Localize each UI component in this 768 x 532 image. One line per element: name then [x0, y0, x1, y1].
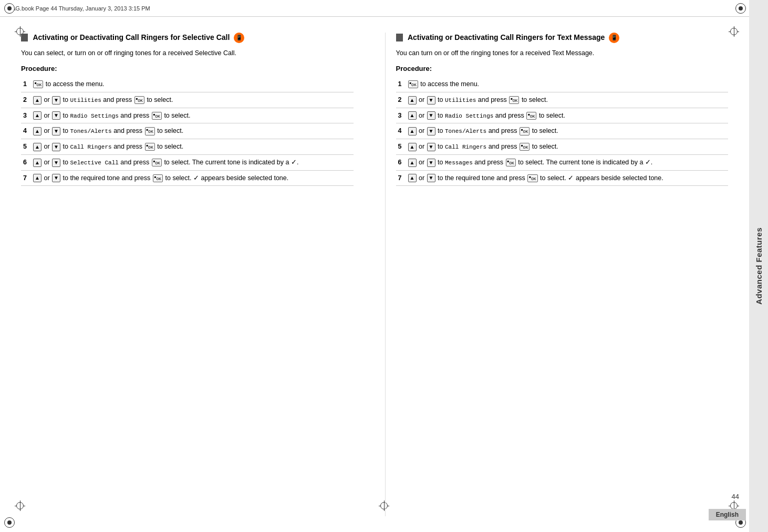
arrow-up-icon: ▲ [408, 159, 417, 167]
ok-button-icon: ■OK [506, 159, 516, 166]
right-step-3: 3 ▲ or ▼ to Radio Settings and press ■OK… [396, 108, 729, 123]
left-step-5: 5 ▲ or ▼ to Call Ringers and press ■OK t… [21, 139, 354, 155]
left-step-1: 1 ■OK to access the menu. [21, 77, 354, 92]
bullseye-top-left [4, 3, 15, 14]
bullseye-top-right [735, 3, 746, 14]
ok-button-icon: ■OK [520, 143, 530, 151]
ok-button-icon: ■OK [145, 143, 155, 151]
arrow-down-icon: ▼ [52, 96, 60, 105]
left-section-title: Activating or Deactivating Call Ringers … [21, 33, 354, 43]
arrow-up-icon: ▲ [33, 143, 41, 151]
header-text: NAG.book Page 44 Thursday, January 3, 20… [7, 5, 150, 12]
right-column: Activating or Deactivating Call Ringers … [385, 33, 729, 516]
right-step-1: 1 ■OK to access the menu. [396, 77, 729, 92]
arrow-down-icon: ▼ [427, 127, 435, 135]
left-section-desc: You can select, or turn on or off ringin… [21, 48, 354, 58]
ok-button-icon: ■OK [134, 96, 144, 104]
arrow-up-icon: ▲ [408, 143, 417, 151]
left-phone-icon: 📱 [234, 33, 244, 43]
arrow-up-icon: ▲ [33, 174, 41, 182]
left-step-3: 3 ▲ or ▼ to Radio Settings and press ■OK… [21, 108, 354, 123]
ok-button-icon: ■OK [509, 96, 519, 104]
right-steps-table: 1 ■OK to access the menu. 2 ▲ or ▼ to Ut… [396, 77, 729, 186]
right-section-desc: You can turn on or off the ringing tones… [396, 48, 729, 58]
left-steps-table: 1 ■OK to access the menu. 2 ▲ or ▼ to Ut… [21, 77, 354, 186]
right-procedure-label: Procedure: [396, 65, 729, 72]
arrow-up-icon: ▲ [33, 159, 41, 167]
ok-button-icon: ■OK [408, 80, 418, 88]
arrow-down-icon: ▼ [52, 143, 60, 151]
right-step-5: 5 ▲ or ▼ to Call Ringers and press ■OK t… [396, 139, 729, 155]
left-procedure-label: Procedure: [21, 65, 354, 72]
ok-button-icon: ■OK [153, 174, 163, 182]
arrow-down-icon: ▼ [52, 127, 60, 135]
sidebar-tab-label: Advanced Features [752, 222, 765, 310]
ok-button-icon: ■OK [152, 112, 162, 120]
arrow-down-icon: ▼ [427, 96, 435, 105]
page-header: NAG.book Page 44 Thursday, January 3, 20… [0, 0, 768, 17]
arrow-up-icon: ▲ [33, 111, 41, 120]
ok-button-icon: ■OK [33, 80, 43, 88]
ok-button-icon: ■OK [520, 127, 530, 135]
arrow-up-icon: ▲ [408, 96, 417, 105]
ok-button-icon: ■OK [145, 127, 155, 135]
arrow-down-icon: ▼ [427, 111, 435, 120]
left-column: Activating or Deactivating Call Ringers … [21, 33, 364, 516]
arrow-up-icon: ▲ [33, 127, 41, 135]
arrow-down-icon: ▼ [427, 174, 435, 182]
left-step-4: 4 ▲ or ▼ to Tones/Alerts and press ■OK t… [21, 123, 354, 139]
right-section-title: Activating or Deactivating Call Ringers … [396, 33, 729, 43]
arrow-up-icon: ▲ [408, 111, 417, 120]
right-step-7: 7 ▲ or ▼ to the required tone and press … [396, 170, 729, 186]
ok-button-icon: ■OK [152, 159, 162, 166]
left-step-2: 2 ▲ or ▼ to Utilities and press ■OK to s… [21, 92, 354, 108]
arrow-up-icon: ▲ [408, 174, 417, 182]
right-step-4: 4 ▲ or ▼ to Tones/Alerts and press ■OK t… [396, 123, 729, 139]
arrow-up-icon: ▲ [33, 96, 41, 105]
right-step-6: 6 ▲ or ▼ to Messages and press ■OK to se… [396, 154, 729, 170]
right-step-2: 2 ▲ or ▼ to Utilities and press ■OK to s… [396, 92, 729, 108]
left-step-7: 7 ▲ or ▼ to the required tone and press … [21, 170, 354, 186]
right-phone-icon: 📱 [609, 33, 619, 43]
left-step-6: 6 ▲ or ▼ to Selective Call and press ■OK… [21, 154, 354, 170]
arrow-down-icon: ▼ [52, 159, 60, 167]
ok-button-icon: ■OK [527, 174, 537, 182]
arrow-down-icon: ▼ [52, 111, 60, 120]
ok-button-icon: ■OK [526, 112, 536, 120]
arrow-up-icon: ▲ [408, 127, 417, 135]
main-content: Activating or Deactivating Call Ringers … [0, 17, 749, 532]
arrow-down-icon: ▼ [427, 143, 435, 151]
arrow-down-icon: ▼ [52, 174, 60, 182]
right-sidebar: Advanced Features [749, 0, 768, 532]
arrow-down-icon: ▼ [427, 159, 435, 167]
